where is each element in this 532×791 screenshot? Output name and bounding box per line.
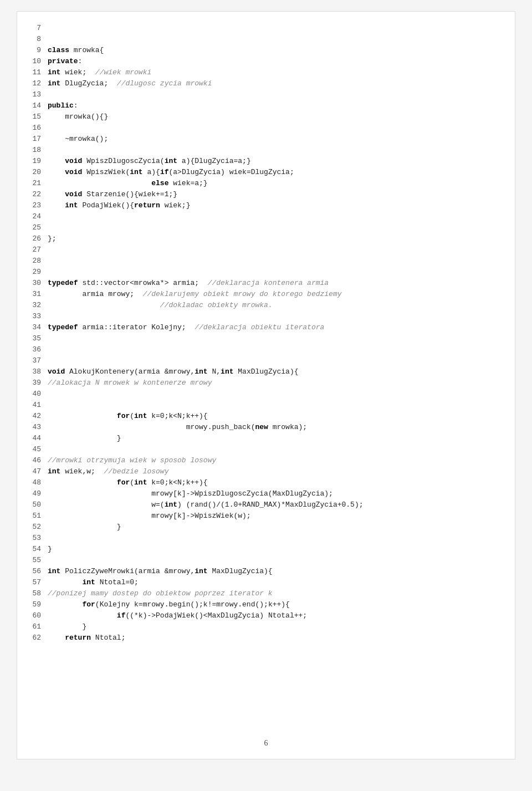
line-number: 33 — [28, 311, 48, 322]
line-content: //dokladac obiekty mrowka. — [48, 300, 273, 311]
code-text — [48, 301, 160, 309]
line-number: 55 — [28, 555, 48, 566]
line-content: //ponizej mamy dostep do obiektow poprze… — [48, 588, 273, 599]
keyword: int — [48, 201, 78, 210]
line-number: 23 — [28, 200, 48, 211]
comment: //wiek mrowki — [95, 68, 151, 76]
keyword: int — [134, 478, 147, 487]
line-number: 28 — [28, 256, 48, 267]
line-content: void Starzenie(){wiek+=1;} — [48, 189, 177, 200]
keyword: int — [48, 567, 60, 575]
line-number: 44 — [28, 433, 48, 444]
code-line: 36 — [28, 344, 498, 355]
keyword: int — [165, 501, 177, 509]
line-content: } — [48, 621, 86, 632]
code-line: 22 void Starzenie(){wiek+=1;} — [28, 189, 498, 200]
line-number: 61 — [28, 621, 48, 632]
code-text — [48, 179, 151, 187]
code-line: 46//mrowki otrzymuja wiek w sposob losow… — [28, 455, 498, 466]
comment: //dlugosc zycia mrowki — [117, 79, 212, 88]
page-number: 6 — [264, 739, 268, 748]
line-content: }; — [48, 233, 57, 244]
line-number: 32 — [28, 300, 48, 311]
code-line: 51 mrowy[k]->WpiszWiek(w); — [28, 511, 498, 522]
keyword: typedef — [48, 279, 78, 287]
code-line: 26}; — [28, 233, 498, 244]
code-line: 28 — [28, 256, 498, 267]
code-line: 47int wiek,w; //bedzie losowy — [28, 466, 498, 477]
comment: //alokacja N mrowek w kontenerze mrowy — [48, 379, 212, 387]
line-number: 56 — [28, 566, 48, 577]
line-content: } — [48, 522, 121, 533]
line-content: int wiek; //wiek mrowki — [48, 67, 151, 78]
code-text: PoliczZyweMrowki(armia &mrowy, — [60, 567, 195, 575]
code-text: Ntotal=0; — [95, 578, 139, 586]
line-number: 30 — [28, 278, 48, 289]
code-text: wiek=a;} — [168, 179, 207, 187]
code-line: 53 — [28, 533, 498, 544]
line-number: 13 — [28, 89, 48, 100]
keyword: void — [48, 168, 82, 176]
line-number: 54 — [28, 544, 48, 555]
code-text: Starzenie(){wiek+=1;} — [82, 190, 177, 198]
code-line: 61 } — [28, 621, 498, 632]
keyword: int — [195, 567, 207, 575]
line-number: 45 — [28, 444, 48, 455]
code-text: ~mrowka(); — [48, 135, 108, 143]
keyword: for — [117, 478, 130, 487]
code-text: ( — [130, 412, 134, 420]
code-text: : — [78, 57, 83, 65]
code-text: mrowy.push_back( — [48, 423, 255, 431]
keyword: int — [48, 467, 60, 476]
code-text: k=0;k<N;k++){ — [147, 412, 207, 420]
code-line: 8 — [28, 34, 498, 45]
code-line: 39//alokacja N mrowek w kontenerze mrowy — [28, 377, 498, 389]
line-number: 50 — [28, 499, 48, 511]
keyword: void — [48, 368, 65, 376]
line-number: 25 — [28, 222, 48, 233]
line-number: 27 — [28, 244, 48, 256]
code-text: } — [48, 545, 52, 553]
code-line: 52 } — [28, 522, 498, 533]
comment: //ponizej mamy dostep do obiektow poprze… — [48, 589, 273, 598]
code-line: 50 w=(int) (rand()/(1.0+RAND_MAX)*MaxDlu… — [28, 499, 498, 511]
line-number: 12 — [28, 78, 48, 89]
code-line: 41 — [28, 400, 498, 411]
code-line: 14public: — [28, 100, 498, 111]
line-number: 18 — [28, 145, 48, 156]
code-line: 7 — [28, 23, 498, 34]
line-number: 47 — [28, 466, 48, 477]
line-number: 29 — [28, 267, 48, 278]
comment: //deklaracja kontenera armia — [208, 279, 329, 287]
code-text: (Kolejny k=mrowy.begin();k!=mrowy.end();… — [95, 600, 290, 609]
line-content: void AlokujKontenery(armia &mrowy,int N,… — [48, 366, 299, 377]
comment: //bedzie losowy — [104, 467, 168, 476]
code-text — [48, 600, 82, 609]
code-text: a){DlugZycia=a;} — [177, 157, 251, 165]
code-line: 19 void WpiszDlugoscZycia(int a){DlugZyc… — [28, 156, 498, 167]
line-number: 59 — [28, 599, 48, 610]
code-text: wiek,w; — [60, 467, 104, 476]
code-text: mrowy[k]->WpiszWiek(w); — [48, 512, 251, 520]
keyword: int — [82, 578, 95, 586]
line-number: 38 — [28, 366, 48, 377]
code-line: 34typedef armia::iterator Kolejny; //dek… — [28, 322, 498, 333]
keyword: typedef — [48, 323, 78, 331]
line-number: 43 — [28, 422, 48, 433]
line-number: 22 — [28, 189, 48, 200]
line-content: for(Kolejny k=mrowy.begin();k!=mrowy.end… — [48, 599, 290, 610]
keyword: for — [117, 412, 130, 420]
keyword: int — [48, 68, 60, 76]
line-content: typedef armia::iterator Kolejny; //dekla… — [48, 322, 324, 333]
code-text: ((*k)->PodajWiek()<MaxDlugZycia) Ntotal+… — [125, 611, 307, 620]
line-content: else wiek=a;} — [48, 178, 208, 189]
code-line: 17 ~mrowka(); — [28, 134, 498, 145]
line-number: 16 — [28, 123, 48, 134]
line-number: 37 — [28, 355, 48, 366]
code-line: 12int DlugZycia; //dlugosc zycia mrowki — [28, 78, 498, 89]
code-line: 16 — [28, 123, 498, 134]
keyword: public — [48, 101, 74, 110]
code-text: wiek;} — [160, 201, 191, 210]
line-content: } — [48, 544, 52, 555]
code-line: 40 — [28, 389, 498, 400]
